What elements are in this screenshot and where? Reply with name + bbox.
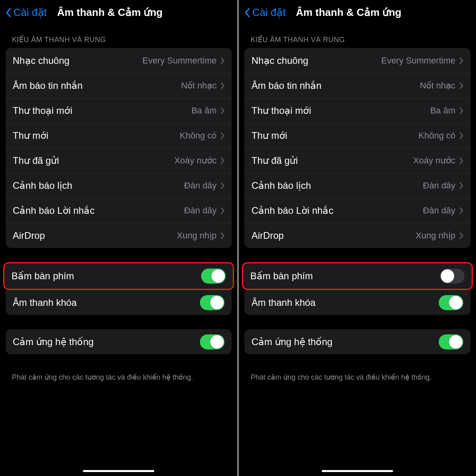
row-value: Xoáy nước — [413, 155, 456, 166]
row-label: AirDrop — [13, 230, 45, 241]
chevron-right-icon — [221, 82, 225, 89]
toggle-system-haptics[interactable] — [200, 334, 225, 349]
row-label: Âm báo tin nhắn — [251, 80, 321, 91]
row-label: Âm thanh khóa — [13, 297, 77, 308]
row-airdrop[interactable]: AirDrop Xung nhịp — [244, 223, 470, 248]
toggle-keyboard-clicks[interactable] — [201, 269, 226, 284]
row-value: Nốt nhạc — [181, 81, 217, 91]
row-lock-sound[interactable]: Âm thanh khóa — [6, 290, 232, 315]
back-button[interactable]: Cài đặt — [13, 6, 47, 19]
chevron-right-icon — [459, 107, 463, 114]
row-text-tone[interactable]: Âm báo tin nhắn Nốt nhạc — [244, 73, 470, 98]
back-icon[interactable] — [6, 8, 11, 17]
row-keyboard-clicks[interactable]: Bấm bàn phím — [4, 263, 233, 289]
row-value: Nốt nhạc — [420, 81, 455, 91]
back-button[interactable]: Cài đặt — [252, 6, 286, 19]
toggle-lock-sound[interactable] — [439, 295, 463, 310]
row-reminder-alert[interactable]: Cảnh báo Lời nhắc Đàn dây — [6, 198, 232, 223]
row-voicemail[interactable]: Thư thoại mới Ba âm — [244, 98, 470, 123]
sound-pattern-group: Nhạc chuông Every Summertime Âm báo tin … — [6, 48, 232, 248]
row-airdrop[interactable]: AirDrop Xung nhịp — [6, 223, 232, 248]
row-calendar-alert[interactable]: Cảnh báo lịch Đàn dây — [244, 173, 470, 198]
chevron-right-icon — [221, 157, 225, 164]
toggle-knob — [449, 335, 463, 349]
row-label: Cảm ứng hệ thống — [251, 336, 332, 347]
row-lock-sound[interactable]: Âm thanh khóa — [244, 290, 470, 315]
row-label: Thư mới — [13, 130, 48, 141]
row-label: AirDrop — [251, 230, 284, 241]
row-label: Nhạc chuông — [251, 55, 308, 66]
group-lock-sound: Âm thanh khóa — [6, 290, 232, 315]
row-label: Thư đã gửi — [13, 155, 59, 166]
row-value: Xoáy nước — [175, 155, 217, 166]
row-value: Đàn dây — [423, 205, 455, 216]
row-value: Xung nhịp — [416, 230, 455, 241]
row-label: Thư thoại mới — [13, 105, 72, 116]
row-label: Bấm bàn phím — [12, 271, 74, 282]
section-header: KIỂU ÂM THANH VÀ RUNG — [0, 26, 237, 48]
chevron-right-icon — [221, 232, 225, 239]
chevron-right-icon — [221, 57, 225, 64]
toggle-knob — [211, 269, 225, 283]
highlight-keyboard-clicks: Bấm bàn phím — [242, 262, 473, 290]
nav-bar: Cài đặt Âm thanh & Cảm ứng — [0, 0, 237, 26]
row-keyboard-clicks[interactable]: Bấm bàn phím — [243, 263, 472, 289]
page-title: Âm thanh & Cảm ứng — [296, 6, 401, 19]
chevron-right-icon — [221, 107, 225, 114]
back-icon[interactable] — [244, 8, 250, 17]
row-value: Không có — [180, 131, 217, 141]
row-label: Bấm bàn phím — [250, 271, 313, 282]
row-new-mail[interactable]: Thư mới Không có — [6, 123, 232, 148]
row-label: Thư mới — [251, 130, 287, 141]
row-value: Đàn dây — [423, 180, 455, 191]
chevron-right-icon — [459, 207, 463, 214]
row-ringtone[interactable]: Nhạc chuông Every Summertime — [6, 48, 232, 73]
group-system-haptics: Cảm ứng hệ thống — [6, 329, 232, 354]
row-label: Âm thanh khóa — [251, 297, 315, 308]
highlight-keyboard-clicks: Bấm bàn phím — [3, 262, 234, 290]
row-sent-mail[interactable]: Thư đã gửi Xoáy nước — [6, 148, 232, 173]
row-reminder-alert[interactable]: Cảnh báo Lời nhắc Đàn dây — [244, 198, 470, 223]
group-lock-sound: Âm thanh khóa — [244, 290, 470, 315]
footer-note: Phát cảm ứng cho các tương tác và điều k… — [0, 369, 237, 382]
row-ringtone[interactable]: Nhạc chuông Every Summertime — [244, 48, 470, 73]
chevron-right-icon — [459, 182, 463, 189]
row-new-mail[interactable]: Thư mới Không có — [244, 123, 470, 148]
chevron-right-icon — [221, 207, 225, 214]
row-value: Every Summertime — [142, 56, 217, 66]
row-value: Xung nhịp — [177, 230, 217, 241]
row-label: Thư thoại mới — [251, 105, 311, 116]
row-value: Không có — [418, 131, 455, 141]
row-text-tone[interactable]: Âm báo tin nhắn Nốt nhạc — [6, 73, 232, 98]
row-system-haptics[interactable]: Cảm ứng hệ thống — [244, 329, 470, 354]
row-sent-mail[interactable]: Thư đã gửi Xoáy nước — [244, 148, 470, 173]
row-voicemail[interactable]: Thư thoại mới Ba âm — [6, 98, 232, 123]
row-system-haptics[interactable]: Cảm ứng hệ thống — [6, 329, 232, 354]
row-label: Nhạc chuông — [13, 55, 69, 66]
toggle-lock-sound[interactable] — [200, 295, 225, 310]
toggle-keyboard-clicks[interactable] — [440, 269, 464, 284]
row-label: Âm báo tin nhắn — [13, 80, 83, 91]
phone-screen-right: Cài đặt Âm thanh & Cảm ứng KIỂU ÂM THANH… — [239, 0, 476, 476]
chevron-right-icon — [221, 182, 225, 189]
row-calendar-alert[interactable]: Cảnh báo lịch Đàn dây — [6, 173, 232, 198]
toggle-knob — [210, 335, 224, 349]
toggle-knob — [441, 269, 454, 283]
chevron-right-icon — [459, 232, 463, 239]
row-label: Cảnh báo lịch — [251, 180, 311, 191]
row-value: Đàn dây — [184, 180, 217, 191]
group-system-haptics: Cảm ứng hệ thống — [244, 329, 470, 354]
nav-bar: Cài đặt Âm thanh & Cảm ứng — [239, 0, 476, 26]
row-label: Thư đã gửi — [251, 155, 298, 166]
page-title: Âm thanh & Cảm ứng — [57, 6, 163, 19]
row-label: Cảnh báo Lời nhắc — [13, 205, 94, 216]
footer-note: Phát cảm ứng cho các tương tác và điều k… — [239, 369, 476, 382]
chevron-right-icon — [459, 82, 463, 89]
row-value: Ba âm — [191, 106, 217, 116]
home-indicator[interactable] — [83, 470, 154, 472]
home-indicator[interactable] — [322, 470, 393, 472]
toggle-knob — [210, 296, 224, 309]
section-header: KIỂU ÂM THANH VÀ RUNG — [239, 26, 476, 48]
toggle-knob — [449, 296, 463, 309]
toggle-system-haptics[interactable] — [439, 334, 463, 349]
